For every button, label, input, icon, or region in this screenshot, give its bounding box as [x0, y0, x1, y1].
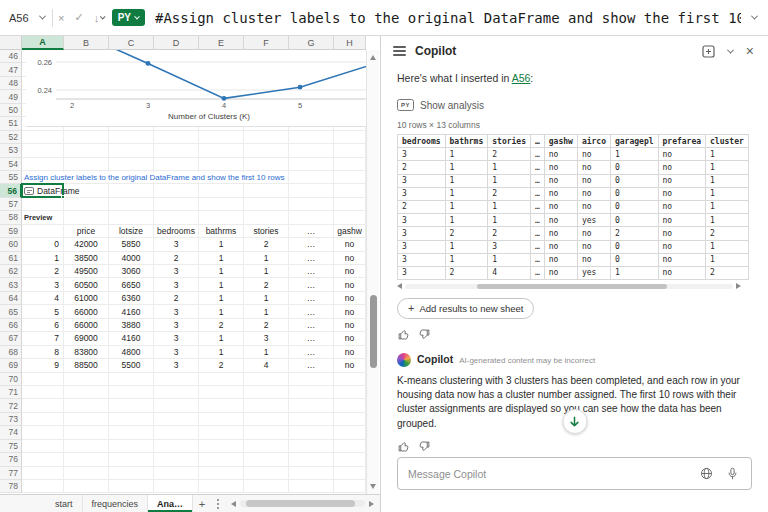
cell[interactable] — [22, 453, 64, 466]
cell[interactable] — [109, 131, 154, 144]
cell[interactable]: 4 — [244, 359, 289, 372]
cell[interactable]: 1 — [199, 346, 244, 359]
row-header-76[interactable]: 76 — [0, 453, 22, 466]
cell[interactable]: no — [334, 359, 366, 372]
row-header-57[interactable]: 57 — [0, 198, 22, 211]
show-analysis-toggle[interactable]: PY Show analysis — [397, 99, 752, 111]
cell[interactable]: 2 — [199, 319, 244, 332]
horizontal-scrollbar-thumb[interactable] — [246, 500, 355, 507]
cell[interactable]: 0 — [22, 238, 64, 251]
cell[interactable] — [244, 144, 289, 157]
cell[interactable]: 3 — [154, 238, 199, 251]
cell[interactable] — [22, 426, 64, 439]
cell[interactable] — [109, 198, 154, 211]
cell[interactable] — [289, 158, 334, 171]
cell[interactable] — [22, 225, 64, 238]
cell[interactable] — [334, 453, 366, 466]
vertical-scrollbar[interactable] — [366, 50, 379, 494]
sheet-tab-ana[interactable]: Ana… — [148, 495, 193, 512]
cell[interactable] — [154, 198, 199, 211]
cell[interactable] — [64, 467, 109, 480]
cell[interactable] — [199, 480, 244, 493]
cell[interactable] — [22, 399, 64, 412]
cell[interactable]: stories — [244, 225, 289, 238]
row-header-51[interactable]: 51 — [0, 117, 22, 130]
row-header-74[interactable]: 74 — [0, 426, 22, 439]
cell[interactable] — [154, 158, 199, 171]
cell[interactable] — [199, 131, 244, 144]
cell[interactable] — [109, 426, 154, 439]
cell[interactable]: price — [64, 225, 109, 238]
cell[interactable]: 3880 — [109, 319, 154, 332]
cell[interactable] — [154, 426, 199, 439]
row-header-59[interactable]: 59 — [0, 225, 22, 238]
tab-scrollbar-splitter[interactable] — [211, 495, 225, 512]
cell[interactable]: … — [289, 238, 334, 251]
cell[interactable]: 1 — [199, 238, 244, 251]
cell[interactable] — [64, 211, 109, 224]
cell[interactable]: 1 — [199, 278, 244, 291]
cell[interactable] — [334, 144, 366, 157]
cell[interactable]: 2 — [244, 319, 289, 332]
cell[interactable]: … — [289, 292, 334, 305]
cell[interactable] — [64, 198, 109, 211]
row-header-75[interactable]: 75 — [0, 440, 22, 453]
column-header-D[interactable]: D — [154, 36, 199, 50]
cell[interactable] — [64, 453, 109, 466]
cell[interactable]: no — [334, 292, 366, 305]
cell[interactable] — [109, 386, 154, 399]
cell[interactable]: … — [289, 265, 334, 278]
column-header-A[interactable]: A — [22, 36, 64, 50]
cell[interactable] — [64, 386, 109, 399]
cell[interactable] — [154, 211, 199, 224]
scroll-left-icon[interactable] — [231, 501, 236, 507]
cell[interactable] — [109, 453, 154, 466]
enter-check-icon[interactable]: ✓ — [69, 11, 88, 24]
cell[interactable] — [64, 480, 109, 493]
cell[interactable] — [154, 453, 199, 466]
cell[interactable]: … — [289, 332, 334, 345]
cell[interactable]: 61000 — [64, 292, 109, 305]
thumbs-up-button[interactable] — [397, 327, 410, 345]
menu-icon[interactable] — [393, 46, 406, 56]
cell[interactable]: 3 — [154, 265, 199, 278]
thumbs-up-button[interactable] — [397, 439, 410, 457]
row-header-61[interactable]: 61 — [0, 252, 22, 265]
cell[interactable]: 42000 — [64, 238, 109, 251]
cell[interactable] — [22, 480, 64, 493]
cell[interactable]: 3 — [22, 278, 64, 291]
cell[interactable]: 7 — [22, 332, 64, 345]
cell[interactable] — [199, 467, 244, 480]
cell[interactable]: 66000 — [64, 305, 109, 318]
fill-handle[interactable] — [61, 195, 65, 199]
cell[interactable]: … — [289, 278, 334, 291]
cell[interactable] — [64, 426, 109, 439]
cell[interactable]: … — [289, 359, 334, 372]
cell[interactable]: 2 — [154, 252, 199, 265]
cell[interactable] — [199, 413, 244, 426]
scroll-to-latest-button[interactable] — [562, 409, 587, 434]
cell[interactable]: no — [334, 319, 366, 332]
cell[interactable] — [199, 440, 244, 453]
cell[interactable]: 3 — [154, 346, 199, 359]
thumbs-down-button[interactable] — [418, 439, 431, 457]
cell[interactable] — [244, 386, 289, 399]
cell[interactable]: 3060 — [109, 265, 154, 278]
cell[interactable]: bedrooms — [154, 225, 199, 238]
row-header-72[interactable]: 72 — [0, 399, 22, 412]
row-header-63[interactable]: 63 — [0, 278, 22, 291]
cell[interactable] — [64, 144, 109, 157]
scroll-right-icon[interactable] — [736, 283, 741, 289]
cell[interactable]: 9 — [22, 359, 64, 372]
inserted-cell-link[interactable]: A56 — [512, 72, 531, 84]
cell[interactable] — [154, 467, 199, 480]
cell[interactable]: 5850 — [109, 238, 154, 251]
cell[interactable]: … — [289, 305, 334, 318]
cell[interactable] — [109, 184, 154, 197]
column-header-G[interactable]: G — [289, 36, 334, 50]
cell[interactable]: 1 — [244, 305, 289, 318]
cell[interactable]: 66000 — [64, 319, 109, 332]
cell[interactable]: 2 — [154, 292, 199, 305]
row-header-65[interactable]: 65 — [0, 305, 22, 318]
row-header-54[interactable]: 54 — [0, 158, 22, 171]
